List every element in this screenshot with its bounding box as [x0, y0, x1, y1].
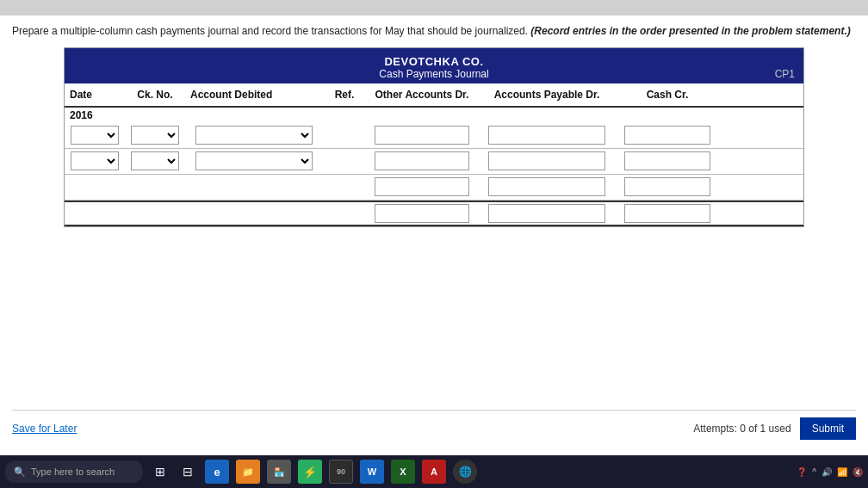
save-later-button[interactable]: Save for Later [12, 423, 77, 435]
journal-container: DEVOTCHKA CO. Cash Payments Journal CP1 … [64, 47, 804, 227]
bottom-area [12, 244, 856, 410]
taskbar-media-icon[interactable]: 90 [329, 460, 353, 484]
taskbar-help-icon: ❓ [797, 467, 807, 477]
ap-totals-cell[interactable] [478, 202, 616, 225]
ap-cell-3[interactable] [478, 176, 616, 198]
search-label: Type here to search [31, 466, 115, 477]
account-cell-2[interactable]: Merchandise Inventory Accounts Payable S… [185, 150, 323, 172]
ck-cell-4 [125, 212, 185, 215]
taskbar-folder-icon[interactable]: 📁 [236, 460, 260, 484]
ap-input-3[interactable] [488, 177, 606, 196]
taskbar-search[interactable]: 🔍 Type here to search [5, 460, 143, 483]
ref-cell-3 [323, 185, 366, 188]
company-name: DEVOTCHKA CO. [65, 55, 803, 68]
other-accounts-cell-3[interactable] [366, 176, 478, 198]
taskbar-word-icon[interactable]: W [360, 460, 384, 484]
totals-row [65, 201, 803, 226]
cash-cell-3[interactable] [616, 176, 719, 198]
submit-button[interactable]: Submit [800, 417, 856, 440]
col-header-ck: Ck. No. [125, 87, 185, 102]
content-area: Prepare a multiple-column cash payments … [0, 15, 868, 455]
table-row: May 1 May 2 May 3 May 5 May 10 May 15 Ma… [65, 123, 803, 149]
data-rows: May 1 May 2 May 3 May 5 May 10 May 15 Ma… [65, 123, 803, 226]
taskbar-chrome-icon[interactable]: 🌐 [453, 460, 477, 484]
taskbar-sound-icon: 🔇 [852, 467, 863, 477]
other-accounts-cell-2[interactable] [366, 150, 478, 172]
col-header-cash: Cash Cr. [616, 87, 719, 102]
search-icon: 🔍 [14, 466, 26, 478]
account-cell-3 [185, 185, 323, 188]
journal-title: Cash Payments Journal [65, 68, 803, 80]
taskbar-access-icon[interactable]: A [422, 460, 446, 484]
ap-cell-2[interactable] [478, 150, 616, 172]
year-row: 2016 [65, 108, 803, 123]
action-bar: Save for Later Attempts: 0 of 1 used Sub… [12, 410, 856, 447]
col-header-ap: Accounts Payable Dr. [478, 87, 616, 102]
attempts-text: Attempts: 0 of 1 used [693, 423, 790, 435]
journal-header: DEVOTCHKA CO. Cash Payments Journal CP1 [65, 48, 803, 83]
cash-totals-cell[interactable] [616, 202, 719, 225]
col-header-account: Account Debited [185, 87, 323, 102]
other-accounts-input-2[interactable] [375, 151, 469, 170]
taskbar-right: ❓ ^ 🔊 📶 🔇 [797, 467, 863, 477]
table-row [65, 175, 803, 201]
other-accounts-total-input[interactable] [375, 204, 469, 223]
ck-select-2[interactable]: 101 102 103 104 [131, 151, 179, 170]
other-accounts-input-3[interactable] [375, 177, 469, 196]
col-header-date: Date [65, 87, 125, 102]
date-cell-4 [65, 212, 125, 215]
ref-cell-2 [323, 159, 366, 163]
taskbar-edge-icon[interactable]: e [205, 460, 229, 484]
col-header-ref: Ref. [323, 87, 366, 102]
ref-cell-1 [323, 133, 366, 137]
ap-input-2[interactable] [488, 151, 606, 170]
taskbar-excel-icon[interactable]: X [391, 460, 415, 484]
other-accounts-cell-1[interactable] [366, 124, 478, 146]
attempts-area: Attempts: 0 of 1 used Submit [693, 417, 856, 440]
date-cell-1[interactable]: May 1 May 2 May 3 May 5 May 10 May 15 Ma… [65, 124, 125, 146]
col-header-other: Other Accounts Dr. [366, 87, 478, 102]
ap-total-input[interactable] [488, 204, 606, 223]
instruction-bold: (Record entries in the order presented i… [530, 25, 850, 37]
instruction-main: Prepare a multiple-column cash payments … [12, 25, 528, 37]
cash-input-2[interactable] [624, 151, 711, 170]
taskbar-task-icon[interactable]: ⊟ [177, 461, 198, 482]
ref-cell-4 [323, 212, 366, 215]
cash-input-3[interactable] [624, 177, 711, 196]
date-cell-3 [65, 185, 125, 188]
date-select-2[interactable]: May 1 May 2 May 3 May 5 May 10 May 15 Ma… [71, 151, 119, 170]
account-cell-4 [185, 212, 323, 215]
taskbar-speaker-icon: 🔊 [822, 467, 832, 477]
date-cell-2[interactable]: May 1 May 2 May 3 May 5 May 10 May 15 Ma… [65, 150, 125, 172]
year-label: 2016 [70, 109, 93, 121]
account-select-2[interactable]: Merchandise Inventory Accounts Payable S… [195, 151, 313, 170]
cp-label: CP1 [775, 68, 795, 80]
taskbar-network-icon: 📶 [837, 467, 847, 477]
ck-cell-3 [125, 185, 185, 188]
taskbar-store-icon[interactable]: 🏪 [267, 460, 291, 484]
column-headers: Date Ck. No. Account Debited Ref. Other … [65, 83, 803, 108]
cash-cell-2[interactable] [616, 150, 719, 172]
taskbar-chevron-icon: ^ [812, 467, 816, 477]
cash-cell-1[interactable] [616, 124, 719, 146]
date-select-1[interactable]: May 1 May 2 May 3 May 5 May 10 May 15 Ma… [71, 126, 119, 145]
top-bar [0, 0, 868, 15]
cash-input-1[interactable] [624, 126, 711, 145]
ck-cell-1[interactable]: 101 102 103 104 [125, 124, 185, 146]
instruction-text: Prepare a multiple-column cash payments … [12, 24, 856, 39]
ck-cell-2[interactable]: 101 102 103 104 [125, 150, 185, 172]
cash-total-input[interactable] [624, 204, 711, 223]
table-row: May 1 May 2 May 3 May 5 May 10 May 15 Ma… [65, 149, 803, 175]
ck-select-1[interactable]: 101 102 103 104 [131, 126, 179, 145]
account-cell-1[interactable]: Merchandise Inventory Accounts Payable S… [185, 124, 323, 146]
account-select-1[interactable]: Merchandise Inventory Accounts Payable S… [195, 126, 313, 145]
taskbar-start-icon[interactable]: ⊞ [150, 461, 170, 482]
ap-input-1[interactable] [488, 126, 606, 145]
other-accounts-totals-cell[interactable] [366, 202, 478, 225]
taskbar: 🔍 Type here to search ⊞ ⊟ e 📁 🏪 ⚡ 90 W X… [0, 455, 868, 488]
other-accounts-input-1[interactable] [375, 126, 469, 145]
ap-cell-1[interactable] [478, 124, 616, 146]
taskbar-app-green[interactable]: ⚡ [298, 460, 322, 484]
